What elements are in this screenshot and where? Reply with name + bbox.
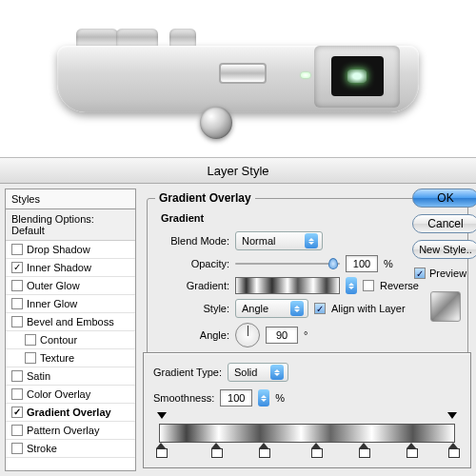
checkbox-icon[interactable] (11, 316, 23, 327)
camera-dial (116, 29, 158, 46)
checkbox-icon[interactable] (11, 298, 23, 309)
style-bevel-emboss[interactable]: Bevel and Emboss (6, 313, 135, 331)
opacity-stop-icon[interactable] (157, 412, 167, 422)
blend-mode-label: Blend Mode: (155, 235, 229, 247)
preview-label: Preview (429, 268, 466, 279)
checkbox-icon[interactable] (11, 407, 23, 418)
gradient-label: Gradient: (155, 280, 229, 291)
reverse-checkbox[interactable] (363, 280, 374, 291)
gradient-bar[interactable] (153, 414, 461, 454)
blend-mode-select[interactable]: Normal (235, 231, 323, 250)
style-inner-glow[interactable]: Inner Glow (6, 295, 135, 313)
color-stop-icon[interactable] (155, 443, 167, 456)
camera-dial (76, 29, 118, 46)
gradient-type-value: Solid (234, 367, 265, 378)
opacity-stop-icon[interactable] (447, 412, 457, 422)
cancel-button[interactable]: Cancel (412, 214, 476, 233)
style-drop-shadow[interactable]: Drop Shadow (6, 241, 135, 259)
checkbox-icon[interactable] (11, 443, 23, 454)
camera-viewfinder (314, 46, 400, 108)
checkbox-icon[interactable] (25, 334, 36, 346)
smoothness-input[interactable]: 100 (220, 389, 252, 407)
style-texture[interactable]: Texture (6, 349, 135, 367)
preview-checkbox[interactable] (414, 268, 426, 279)
smoothness-label: Smoothness: (153, 392, 214, 404)
styles-header[interactable]: Styles (6, 189, 135, 209)
percent-label: % (275, 392, 285, 404)
style-value: Angle (242, 303, 285, 314)
blend-mode-value: Normal (242, 235, 299, 247)
angle-input[interactable]: 90 (266, 327, 298, 344)
style-gradient-overlay[interactable]: Gradient Overlay (6, 404, 135, 422)
color-stop-icon[interactable] (447, 443, 459, 456)
style-label: Inner Shadow (27, 262, 91, 273)
checkbox-icon[interactable] (25, 352, 36, 364)
camera-illustration (0, 0, 476, 157)
color-stop-icon[interactable] (258, 443, 269, 456)
align-checkbox[interactable] (314, 303, 326, 314)
dialog-title: Layer Style (0, 157, 476, 184)
style-contour[interactable]: Contour (6, 331, 135, 349)
checkbox-icon[interactable] (11, 280, 23, 291)
blending-options-row[interactable]: Blending Options: Default (6, 209, 135, 241)
style-label: Texture (40, 352, 74, 364)
style-label: Pattern Overlay (27, 425, 99, 436)
chevron-updown-icon (290, 301, 304, 316)
checkbox-icon[interactable] (11, 262, 23, 273)
opacity-label: Opacity: (155, 258, 229, 269)
angle-label: Angle: (155, 329, 229, 341)
angle-dial[interactable] (235, 323, 260, 347)
camera-dial (169, 29, 196, 46)
camera-knob (200, 107, 232, 139)
align-label: Align with Layer (331, 303, 406, 314)
opacity-slider[interactable] (235, 256, 340, 271)
new-style-button[interactable]: New Style.. (412, 240, 476, 259)
color-stop-icon[interactable] (358, 443, 369, 456)
color-stop-icon[interactable] (310, 443, 322, 456)
style-inner-shadow[interactable]: Inner Shadow (6, 259, 135, 277)
color-stop-icon[interactable] (210, 443, 222, 456)
camera-led (301, 72, 310, 78)
gradient-preview-bar[interactable] (159, 424, 455, 443)
style-outer-glow[interactable]: Outer Glow (6, 277, 135, 295)
color-stop-icon[interactable] (406, 443, 417, 456)
gradient-type-select[interactable]: Solid (228, 363, 288, 382)
style-label: Color Overlay (27, 388, 90, 400)
style-label: Satin (27, 370, 50, 382)
checkbox-icon[interactable] (11, 425, 23, 436)
chevron-updown-icon[interactable] (258, 389, 269, 407)
chevron-updown-icon (270, 365, 284, 380)
panel-group-title: Gradient Overlay (155, 191, 255, 205)
style-select[interactable]: Angle (235, 299, 308, 318)
camera-flash (219, 63, 267, 84)
style-label: Style: (155, 303, 229, 314)
style-label: Inner Glow (27, 298, 77, 309)
styles-sidebar: Styles Blending Options: Default Drop Sh… (5, 188, 136, 471)
chevron-updown-icon[interactable] (346, 277, 357, 294)
style-label: Gradient Overlay (27, 407, 111, 418)
style-label: Bevel and Emboss (27, 316, 114, 327)
style-stroke[interactable]: Stroke (6, 440, 135, 458)
checkbox-icon[interactable] (11, 244, 23, 255)
ok-button[interactable]: OK (412, 188, 476, 208)
gradient-swatch[interactable] (235, 277, 340, 294)
dialog-buttons: OK Cancel New Style.. Preview (412, 188, 476, 322)
checkbox-icon[interactable] (11, 370, 23, 382)
style-satin[interactable]: Satin (6, 367, 135, 386)
style-label: Stroke (27, 443, 57, 454)
gradient-editor: Gradient Type: Solid Smoothness: 100 % (143, 352, 471, 468)
degree-label: ° (304, 329, 307, 341)
style-pattern-overlay[interactable]: Pattern Overlay (6, 422, 135, 440)
style-color-overlay[interactable]: Color Overlay (6, 386, 135, 404)
chevron-updown-icon (305, 233, 318, 248)
checkbox-icon[interactable] (11, 388, 23, 400)
gradient-type-label: Gradient Type: (153, 367, 222, 378)
style-label: Drop Shadow (27, 244, 90, 255)
style-label: Contour (40, 334, 77, 346)
style-label: Outer Glow (27, 280, 80, 291)
opacity-input[interactable]: 100 (346, 255, 378, 272)
camera-body (57, 46, 419, 112)
preview-swatch (430, 291, 461, 322)
percent-label: % (384, 258, 393, 269)
